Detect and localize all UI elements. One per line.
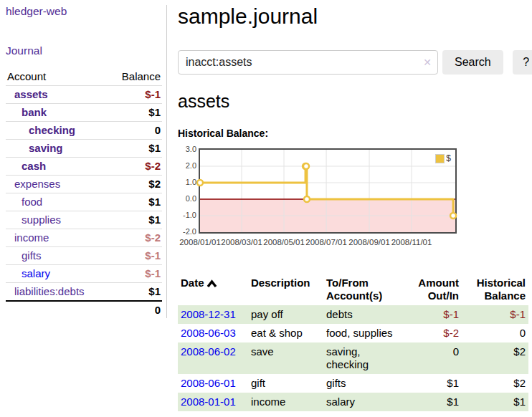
transaction-amount: $-2 [408, 324, 462, 342]
transaction-balance: $2 [462, 374, 528, 393]
register-header-description: Description [248, 274, 323, 305]
account-link[interactable]: saving [29, 142, 63, 155]
register-header-balance-line2: Balance [465, 289, 526, 302]
account-row: saving $1 [6, 140, 162, 158]
account-link[interactable]: cash [22, 160, 46, 173]
account-link[interactable]: bank [22, 106, 47, 119]
x-tick-label: 2008/05/01 [260, 237, 308, 247]
account-link[interactable]: income [14, 231, 49, 244]
accounts-header-row: Account Balance [6, 68, 162, 86]
transaction-date-link[interactable]: 2008-01-01 [181, 396, 236, 408]
account-balance: $-1 [108, 247, 162, 265]
accounts-header-balance: Balance [108, 68, 162, 86]
transaction-date-link[interactable]: 2008-12-31 [181, 308, 236, 320]
register-header-date[interactable]: Date [178, 274, 248, 305]
transaction-amount: $1 [408, 374, 462, 393]
transaction-balance: 0 [462, 324, 528, 342]
account-row: supplies $1 [6, 211, 162, 229]
chart-plot-area: $ [199, 148, 457, 234]
account-balance: $1 [108, 140, 162, 158]
sidebar-item-journal[interactable]: Journal [6, 44, 42, 57]
register-header-date-label: Date [181, 277, 204, 289]
account-balance: $-2 [108, 158, 162, 176]
transaction-balance: $-1 [462, 305, 528, 324]
transaction-balance: $2 [462, 342, 528, 374]
search-row: ✕ Search ? [178, 50, 532, 75]
transaction-date-link[interactable]: 2008-06-02 [181, 345, 236, 358]
table-row: 2008-06-03 eat & shop food, supplies $-2… [178, 324, 528, 342]
transaction-amount: $1 [408, 393, 462, 411]
account-row: cash $-2 [6, 158, 162, 176]
legend-swatch-icon [435, 154, 445, 163]
account-link[interactable]: expenses [14, 178, 60, 191]
sidebar-inner: hledger-web Journal Account Balance asse… [6, 5, 167, 318]
account-row: expenses $2 [6, 176, 162, 193]
search-input[interactable] [178, 50, 438, 75]
chart-title: Historical Balance: [178, 128, 532, 139]
transaction-accounts: salary [323, 393, 408, 411]
accounts-total-spacer [6, 301, 108, 319]
app-brand-link[interactable]: hledger-web [6, 5, 67, 18]
account-link[interactable]: assets [14, 88, 48, 101]
account-balance: $-1 [108, 86, 162, 104]
transaction-description: eat & shop [248, 324, 323, 342]
help-button[interactable]: ? [513, 50, 532, 75]
transaction-date-link[interactable]: 2008-06-03 [181, 327, 236, 339]
account-balance: $1 [108, 283, 162, 302]
account-link[interactable]: food [22, 196, 42, 208]
account-link[interactable]: gifts [22, 249, 42, 262]
register-header-amount: Amount Out/In [408, 274, 462, 305]
account-balance: $1 [108, 104, 162, 122]
clear-search-icon[interactable]: ✕ [423, 56, 432, 69]
account-balance: $1 [108, 211, 162, 229]
account-link[interactable]: salary [22, 267, 50, 280]
search-button[interactable]: Search [442, 50, 503, 75]
register-header-accounts: To/From Account(s) [323, 274, 408, 305]
main-content: sample.journal ✕ Search ? assets Histori… [167, 0, 532, 417]
account-link[interactable]: liabilities:debts [14, 285, 85, 298]
x-tick-label: 2008/07/01 [303, 237, 350, 247]
x-tick-label: 2008/11/01 [388, 237, 435, 247]
transaction-accounts: gifts [323, 374, 408, 393]
y-tick-label: -2.0 [178, 227, 196, 236]
transaction-description: pay off [248, 305, 323, 324]
accounts-total-row: 0 [6, 301, 162, 319]
accounts-total-value: 0 [108, 301, 162, 319]
sidebar: hledger-web Journal Account Balance asse… [0, 0, 167, 417]
x-tick-label: 2008/03/01 [218, 237, 265, 247]
account-link[interactable]: supplies [22, 214, 61, 226]
account-row: salary $-1 [6, 265, 162, 283]
register-header-balance-line1: Historical [465, 277, 526, 289]
y-tick-label: 1.0 [178, 178, 196, 186]
account-row: gifts $-1 [6, 247, 162, 265]
register-header-accounts-line2: Account(s) [326, 289, 405, 302]
transaction-accounts: saving, checking [323, 342, 408, 374]
chart-legend: $ [434, 153, 452, 164]
chevron-up-icon [206, 277, 217, 290]
transaction-accounts: debts [323, 305, 408, 324]
register-table: Date Description To/From Account(s) Amou… [178, 274, 528, 411]
transaction-amount: $-1 [408, 305, 462, 324]
account-row: liabilities:debts $1 [6, 283, 162, 302]
account-row: assets $-1 [6, 86, 162, 104]
register-header-accounts-line1: To/From [326, 277, 405, 289]
transaction-date-link[interactable]: 2008-06-01 [181, 377, 236, 389]
account-balance: $1 [108, 193, 162, 211]
table-row: 2008-06-02 save saving, checking 0 $2 [178, 342, 528, 374]
y-tick-label: 3.0 [178, 145, 196, 153]
transaction-description: income [248, 393, 323, 411]
x-tick-label: 2008/01/01 [176, 237, 224, 247]
account-row: checking 0 [6, 122, 162, 140]
account-balance: 0 [108, 122, 162, 140]
sidebar-account-rows: assets $-1 bank $1 checking 0 saving $1 … [6, 86, 162, 302]
table-row: 2008-01-01 income salary $1 $1 [178, 393, 528, 411]
register-header-amount-line2: Out/In [411, 289, 459, 302]
legend-label: $ [446, 153, 451, 163]
account-balance: $2 [108, 176, 162, 193]
transaction-amount: 0 [408, 342, 462, 374]
table-row: 2008-12-31 pay off debts $-1 $-1 [178, 305, 528, 324]
y-tick-label: 2.0 [178, 161, 196, 170]
table-row: 2008-06-01 gift gifts $1 $2 [178, 374, 528, 393]
y-tick-label: -1.0 [178, 211, 196, 219]
account-link[interactable]: checking [29, 124, 75, 137]
